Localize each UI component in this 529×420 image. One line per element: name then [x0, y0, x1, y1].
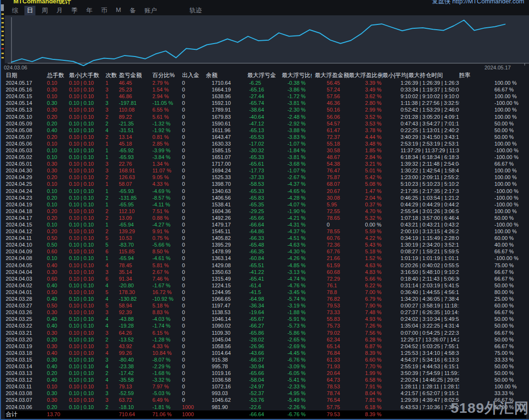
table-row[interactable]: 2024.04.190.100.10 | 0.101-65.95-4.11 %0…	[5, 201, 526, 208]
table-row[interactable]: 2024.03.260.300.10 | 0.10392.398.83 %011…	[5, 309, 526, 316]
col-header-hold-time[interactable]: 最小|平均|最大持仓时间	[383, 71, 459, 79]
table-row[interactable]: 2024.05.020.100.10 | 0.101-65.93-3.84 %0…	[5, 154, 526, 160]
col-header-balance[interactable]: 余额	[205, 71, 239, 79]
table-row[interactable]: 2024.05.060.100.10 | 0.10145.182.85 %016…	[5, 140, 526, 147]
table-row[interactable]: 2024.03.280.400.10 | 0.104-130.82-10.92 …	[5, 295, 526, 302]
table-row[interactable]: 2024.03.070.300.10 | 0.10363.726.49 %010…	[5, 397, 526, 403]
table-row[interactable]: 2024.05.140.300.10 | 0.103-197.81-11.05 …	[5, 100, 526, 106]
table-row[interactable]: 2024.04.170.200.10 | 0.10213.090.88 %014…	[5, 215, 526, 221]
cell-cash-flow: 0	[180, 302, 205, 309]
table-row[interactable]: 2024.04.090.600.10 | 0.106115.858.50 %01…	[5, 248, 526, 255]
table-row[interactable]: 2024.03.060.200.10 | 0.102-18.10-1.81 %1…	[5, 404, 526, 410]
menu-item-9[interactable]: 账户	[142, 6, 159, 15]
cell-win-rate: 100.00 %	[459, 93, 526, 100]
cell-win-rate: 100.00 %	[459, 106, 526, 113]
table-row[interactable]: 2024.03.080.300.10 | 0.103-52.59-5.03 %0…	[5, 390, 526, 397]
total-cell-min-max-lots	[67, 410, 104, 419]
table-row[interactable]: 2024.03.150.300.10 | 0.103-80.40-8.07 %0…	[5, 356, 526, 363]
menu-item-4[interactable]: 季	[69, 6, 80, 15]
table-row[interactable]: 2024.05.170.100.10 | 0.10146.452.79 %017…	[5, 79, 526, 86]
table-row[interactable]: 2024.05.130.300.10 | 0.103110.086.55 %01…	[5, 106, 526, 113]
cell-max-float-loss-pct: -4.21 %	[276, 215, 311, 221]
table-row[interactable]: 2024.05.160.300.10 | 0.10325.231.54 %016…	[5, 86, 526, 93]
col-header-max-float-profit[interactable]: 最大浮盈金额	[312, 71, 349, 79]
col-header-max-float-profit-pct[interactable]: 最大浮盈比例	[349, 71, 383, 79]
cell-pnl: -65.92	[117, 147, 150, 154]
cell-hold-time: 0:33:34 | 1:19:37 | 1:50:04	[383, 86, 459, 93]
col-header-pnl[interactable]: 盈亏金额	[117, 71, 150, 79]
table-row[interactable]: 2024.04.230.200.10 | 0.102-131.85-8.57 %…	[5, 194, 526, 201]
cell-count: 4	[104, 282, 117, 289]
col-header-lots[interactable]: 总手数	[45, 71, 67, 79]
table-row[interactable]: 2024.03.180.400.10 | 0.10499.2610.84 %01…	[5, 350, 526, 356]
table-row[interactable]: 2024.04.290.200.10 | 0.102126.639.05 %01…	[5, 174, 526, 181]
cell-hold-time: 0:46:25 | 1:03:54 | 1:21:23	[383, 194, 459, 201]
menu-item-3[interactable]: 月	[54, 6, 65, 15]
col-header-cash-flow[interactable]: 出入金	[180, 71, 205, 79]
table-row[interactable]: 2024.05.070.200.10 | 0.10213.140.81 %016…	[5, 134, 526, 140]
col-header-max-float-loss-pct[interactable]: 最大浮亏比例	[276, 71, 311, 79]
table-row[interactable]: 2024.05.080.400.10 | 0.104-31.51-1.92 %0…	[5, 127, 526, 134]
col-header-pnl-pct[interactable]: 百分比%	[150, 71, 180, 79]
table-row[interactable]: 2024.05.150.100.10 | 0.10146.862.94 %016…	[5, 93, 526, 100]
table-row[interactable]: 2024.03.250.400.10 | 0.104-43.88-4.03 %0…	[5, 316, 526, 322]
table-row[interactable]: 2024.03.140.400.10 | 0.104-23.38-2.29 %0…	[5, 363, 526, 370]
cell-cash-flow: 0	[180, 316, 205, 322]
menu-item-7[interactable]: M	[113, 6, 124, 15]
table-row[interactable]: 2024.04.110.500.10 | 0.10510.530.75 %014…	[5, 235, 526, 241]
table-row[interactable]: 2024.04.050.400.10 | 0.10478.455.81 %014…	[5, 262, 526, 269]
menu-item-2[interactable]: 周	[39, 6, 50, 15]
cell-min-max-lots: 0.10 | 0.10	[67, 113, 104, 120]
menu-item-8[interactable]: 备	[127, 6, 138, 15]
table-row[interactable]: 2024.03.220.400.10 | 0.104-19.28-1.74 %0…	[5, 322, 526, 329]
table-row[interactable]: 2024.04.240.100.10 | 0.101-65.93-4.69 %0…	[5, 188, 526, 194]
table-row[interactable]: 2024.04.180.200.10 | 0.102112.107.51 %01…	[5, 208, 526, 215]
menu-item-1[interactable]: 日	[24, 6, 35, 15]
col-header-count[interactable]: 次数	[104, 71, 117, 79]
cell-max-float-loss: -64.86	[239, 228, 276, 235]
col-header-min-max-lots[interactable]: 最小|大手数	[67, 71, 104, 79]
table-row[interactable]: 2024.03.190.300.10 | 0.10343.924.33 %010…	[5, 343, 526, 350]
cell-count: 1	[104, 188, 117, 194]
cell-date: 2024.05.03	[5, 147, 45, 154]
table-row[interactable]: 2024.05.030.100.10 | 0.101-65.92-3.99 %0…	[5, 147, 526, 154]
table-row[interactable]: 2024.03.120.400.10 | 0.104-35.58-3.32 %0…	[5, 376, 526, 383]
menu-item-0[interactable]: 综	[10, 6, 21, 15]
table-row[interactable]: 2024.03.210.300.10 | 0.10364.266.15 %011…	[5, 329, 526, 336]
table-row[interactable]: 2024.04.010.500.10 | 0.105178.3016.72 %0…	[5, 289, 526, 295]
table-row[interactable]: 2024.04.030.600.10 | 0.10691.347.46 %013…	[5, 275, 526, 282]
table-row[interactable]: 2024.03.110.100.10 | 0.10179.137.97 %010…	[5, 383, 526, 390]
cell-pnl-pct: 9.05 %	[150, 174, 180, 181]
menu-item-5[interactable]: 年	[84, 6, 95, 15]
menu-item-6[interactable]: 币	[99, 6, 110, 15]
table-row[interactable]: 2024.04.250.100.10 | 0.10158.074.33 %013…	[5, 181, 526, 187]
table-row[interactable]: 2024.04.080.100.10 | 0.101-65.94-4.61 %0…	[5, 255, 526, 261]
table-row[interactable]: 2024.03.200.200.10 | 0.102-13.52-1.28 %0…	[5, 336, 526, 343]
cell-min-max-lots: 0.10 | 0.10	[67, 295, 104, 302]
col-header-win-rate[interactable]: 胜率	[459, 71, 526, 79]
table-row[interactable]: 2024.04.120.200.10 | 0.102139.299.91 %01…	[5, 228, 526, 235]
table-row[interactable]: 2024.04.020.400.10 | 0.104-20.80-1.67 %0…	[5, 282, 526, 289]
cell-max-float-profit-pct: 5.42 %	[349, 174, 383, 181]
table-row[interactable]: 2024.04.300.300.10 | 0.103168.9111.07 %0…	[5, 167, 526, 174]
cell-pnl-pct: 7.97 %	[150, 383, 180, 390]
cell-max-float-profit-pct: 4.63 %	[349, 262, 383, 269]
cell-pnl-pct: -10.92 %	[150, 295, 180, 302]
table-row[interactable]: 2024.04.100.500.10 | 0.105-83.70-5.66 %0…	[5, 241, 526, 248]
menu-item-trace[interactable]: 轨迹	[187, 6, 204, 15]
cell-cash-flow: 0	[180, 255, 205, 261]
col-header-max-float-loss[interactable]: 最大浮亏金额	[239, 71, 276, 79]
table-row[interactable]: 2024.05.010.300.10 | 0.10322.761.34 %017…	[5, 160, 526, 167]
cell-count: 4	[104, 127, 117, 134]
cell-cash-flow: 0	[180, 390, 205, 397]
brand-link[interactable]: 复盘侠 http://MTCommander.com	[432, 0, 524, 5]
col-header-date[interactable]: 日期	[5, 71, 45, 79]
cell-hold-time: 4:54:37 | 5:34:16 | 6:13:31	[383, 356, 459, 363]
table-row[interactable]: 2024.03.270.500.10 | 0.10558.945.18 %011…	[5, 302, 526, 309]
table-row[interactable]: 2024.03.130.200.10 | 0.102-17.42-1.68 %0…	[5, 370, 526, 376]
cell-max-float-profit-pct: 1.85 %	[349, 147, 383, 154]
table-row[interactable]: 2024.05.090.200.10 | 0.102-21.35-1.32 %0…	[5, 120, 526, 127]
table-row[interactable]: 2024.04.150.100.10 | 0.101-65.94-4.27 %0…	[5, 221, 526, 228]
table-row[interactable]: 2024.05.100.200.10 | 0.10289.225.61 %016…	[5, 113, 526, 120]
table-row[interactable]: 2024.04.040.300.10 | 0.10335.142.67 %013…	[5, 269, 526, 275]
